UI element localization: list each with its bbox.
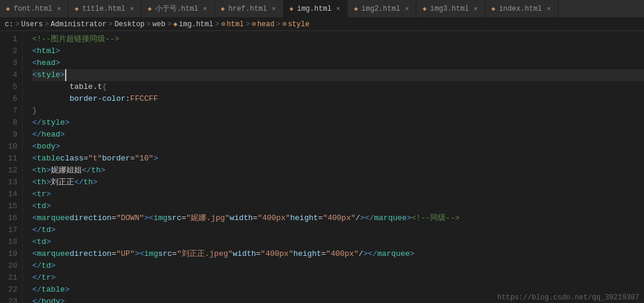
tab-icon: ◈ <box>221 5 225 13</box>
tab-label: img2.html <box>361 5 400 13</box>
tab-title.html[interactable]: ◈title.html× <box>69 0 142 17</box>
tab-bar: ◈font.html×◈title.html×◈小于号.html×◈href.h… <box>0 0 644 18</box>
tab-href.html[interactable]: ◈href.html× <box>215 0 284 17</box>
tab-label: img.html <box>297 5 332 13</box>
breadcrumb-item: head <box>257 20 275 29</box>
tab-icon: ◈ <box>492 5 496 13</box>
breadcrumb-item: img.html <box>179 20 213 29</box>
line-number: 17 <box>2 224 17 236</box>
tab-close-icon[interactable]: × <box>473 5 479 13</box>
breadcrumb-item: > <box>146 20 151 29</box>
tab-label: 小于号.html <box>155 4 198 14</box>
tab-close-icon[interactable]: × <box>545 5 552 13</box>
tab-label: font.html <box>14 5 53 13</box>
breadcrumb-item: Desktop <box>115 20 145 29</box>
breadcrumb-item: Administrator <box>51 20 107 29</box>
watermark: https://blog.csdn.net/qq_39219307 <box>492 292 644 303</box>
breadcrumb-file-icon: ◈ <box>173 20 177 29</box>
tab-img2.html[interactable]: ◈img2.html× <box>348 0 416 17</box>
tab-close-icon[interactable]: × <box>404 5 410 13</box>
breadcrumb-item: > <box>167 20 171 29</box>
code-line: <td> <box>32 200 644 212</box>
line-number: 5 <box>2 81 17 93</box>
tab-label: title.html <box>82 5 125 13</box>
code-line: <head> <box>32 57 644 69</box>
line-number: 8 <box>2 117 17 129</box>
code-area: 123456789101112131415161718192021222324 … <box>0 31 644 303</box>
line-number: 7 <box>2 105 17 117</box>
tab-img.html[interactable]: ◈img.html× <box>284 0 348 17</box>
tab-icon: ◈ <box>148 5 152 13</box>
tab-小于号.html[interactable]: ◈小于号.html× <box>142 0 214 17</box>
code-line: <th>刘正正</th> <box>32 177 644 188</box>
line-number: 1 <box>2 33 17 45</box>
tab-label: href.html <box>228 5 267 13</box>
breadcrumb-item: > <box>276 20 280 29</box>
tab-icon: ◈ <box>6 5 10 13</box>
code-line: <style> <box>32 69 644 81</box>
tab-icon: ◈ <box>290 5 294 13</box>
line-number: 13 <box>2 177 17 188</box>
code-line: <table class="t" border="10" > <box>32 153 644 165</box>
tab-label: index.html <box>499 5 542 13</box>
line-number: 23 <box>2 296 17 303</box>
line-number: 12 <box>2 165 17 177</box>
breadcrumb-item: > <box>246 20 250 29</box>
breadcrumb-item: web <box>152 20 165 29</box>
line-number: 15 <box>2 200 17 212</box>
line-number: 21 <box>2 272 17 284</box>
breadcrumb-tag-icon: ⊙ <box>252 20 256 29</box>
tab-icon: ◈ <box>422 5 427 13</box>
line-number: 9 <box>2 129 17 141</box>
breadcrumb-item: > <box>15 20 19 29</box>
line-number: 10 <box>2 141 17 153</box>
breadcrumb-item: > <box>108 20 112 29</box>
code-line: <th>妮娜姐姐</th> <box>32 165 644 177</box>
code-line: </tr> <box>32 272 644 284</box>
line-number: 14 <box>2 188 17 200</box>
line-number: 18 <box>2 236 17 248</box>
tab-close-icon[interactable]: × <box>129 5 136 13</box>
code-line: <body> <box>32 141 644 153</box>
tab-font.html[interactable]: ◈font.html× <box>0 0 69 17</box>
line-number: 4 <box>2 69 17 81</box>
code-content[interactable]: <!--图片超链接同级--><html> <head> <style> tabl… <box>23 31 644 303</box>
line-number: 3 <box>2 57 17 69</box>
breadcrumb-item: > <box>215 20 219 29</box>
line-number: 11 <box>2 153 17 165</box>
code-line: <tr> <box>32 188 644 200</box>
code-line: } <box>32 105 644 117</box>
line-number: 20 <box>2 260 17 272</box>
breadcrumb-tag-icon: ⊙ <box>283 20 287 29</box>
breadcrumb: c: > Users > Administrator > Desktop > w… <box>0 18 644 31</box>
code-line: <marquee direction="DOWN"><img src="妮娜.j… <box>32 212 644 224</box>
tab-index.html[interactable]: ◈index.html× <box>486 0 559 17</box>
breadcrumb-item: html <box>226 20 244 29</box>
line-number: 2 <box>2 45 17 57</box>
line-number: 19 <box>2 248 17 260</box>
code-line: </td> <box>32 260 644 272</box>
code-line: <html> <box>32 45 644 57</box>
tab-label: img3.html <box>430 5 469 13</box>
breadcrumb-item: c: <box>5 20 13 29</box>
breadcrumb-item: > <box>45 20 49 29</box>
breadcrumb-tag-icon: ⊙ <box>221 20 225 29</box>
tab-close-icon[interactable]: × <box>202 5 208 13</box>
tab-close-icon[interactable]: × <box>271 5 277 13</box>
line-numbers: 123456789101112131415161718192021222324 <box>0 31 23 303</box>
code-line: <marquee direction="UP"><img src="刘正正.jp… <box>32 248 644 260</box>
breadcrumb-item: style <box>288 20 309 29</box>
code-line: border-color:FFCCFF <box>32 93 644 105</box>
tab-img3.html[interactable]: ◈img3.html× <box>416 0 485 17</box>
tab-close-icon[interactable]: × <box>56 5 62 13</box>
line-number: 22 <box>2 284 17 296</box>
tab-icon: ◈ <box>354 5 358 13</box>
code-line: <td> <box>32 236 644 248</box>
line-number: 16 <box>2 212 17 224</box>
breadcrumb-item: Users <box>22 20 43 29</box>
code-line: </td> <box>32 224 644 236</box>
code-line: <!--图片超链接同级--> <box>32 33 644 45</box>
tab-close-icon[interactable]: × <box>335 5 342 13</box>
code-line: </head> <box>32 129 644 141</box>
tab-icon: ◈ <box>75 5 79 13</box>
